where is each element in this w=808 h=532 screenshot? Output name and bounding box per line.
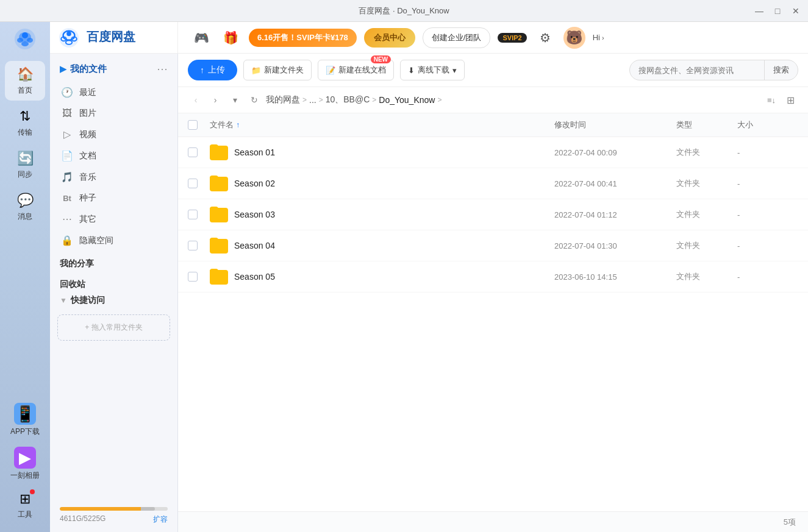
file-count: 5项 xyxy=(784,517,796,528)
nav-item-app-download[interactable]: 📱 APP下载 xyxy=(5,399,45,441)
new-doc-icon: 📝 xyxy=(326,66,335,75)
back-button[interactable]: ‹ xyxy=(188,92,204,108)
row-0-checkbox[interactable] xyxy=(188,147,198,157)
sidebar-item-hidden[interactable]: 🔒 隐藏空间 xyxy=(55,230,173,251)
nav-item-sync[interactable]: 🔄 同步 xyxy=(5,145,45,185)
storage-bar-bg xyxy=(60,507,168,511)
search-button[interactable]: 搜索 xyxy=(764,60,798,80)
game-icon-btn[interactable]: 🎮 xyxy=(190,27,212,49)
storage-expand-button[interactable]: 扩容 xyxy=(153,514,168,525)
nav-item-messages[interactable]: 💬 消息 xyxy=(5,187,45,227)
forward-button[interactable]: › xyxy=(207,92,223,108)
sidebar-videos-label: 视频 xyxy=(79,129,96,140)
settings-icon-btn[interactable]: ⚙ xyxy=(534,27,556,49)
file-row-2-type: 文件夹 xyxy=(676,209,737,220)
offline-download-button[interactable]: ⬇ 离线下载 ▾ xyxy=(400,60,465,80)
member-center-button[interactable]: 会员中心 xyxy=(364,28,415,48)
sort-button[interactable]: ≡↓ xyxy=(763,94,779,107)
avatar[interactable]: 🐻 xyxy=(563,27,585,49)
grid-view-button[interactable]: ⊞ xyxy=(783,93,798,108)
sidebar-other-label: 其它 xyxy=(79,214,96,225)
svg-point-2 xyxy=(22,32,28,38)
sidebar-item-music[interactable]: 🎵 音乐 xyxy=(55,166,173,188)
file-row[interactable]: Season 03 2022-07-04 01:12 文件夹 - xyxy=(178,199,808,230)
file-row-4-date: 2023-06-10 14:15 xyxy=(554,272,676,282)
enterprise-button[interactable]: 创建企业/团队 xyxy=(423,27,491,48)
sort-arrow-icon: ↑ xyxy=(236,121,240,129)
file-row-0-name: Season 01 xyxy=(234,147,275,157)
main-content: ↑ 上传 📁 新建文件夹 📝 新建在线文档 NEW ⬇ 离线下载 xyxy=(178,54,808,532)
titlebar-controls: — □ ✕ xyxy=(754,6,801,16)
sidebar-more-icon[interactable]: ⋯ xyxy=(157,62,168,76)
sidebar-recycle[interactable]: 回收站 xyxy=(50,272,177,293)
sidebar-item-bt[interactable]: Bt 种子 xyxy=(55,188,173,208)
upload-icon: ↑ xyxy=(200,65,204,75)
file-row[interactable]: Season 01 2022-07-04 00:09 文件夹 - xyxy=(178,137,808,168)
maximize-button[interactable]: □ xyxy=(773,6,782,16)
sync-icon: 🔄 xyxy=(16,150,34,167)
minimize-button[interactable]: — xyxy=(754,6,764,16)
file-row-2-name: Season 03 xyxy=(234,210,275,219)
nav-item-album[interactable]: ▶ 一刻相册 xyxy=(5,443,45,484)
refresh-button[interactable]: ↻ xyxy=(246,92,262,108)
sidebar-item-videos[interactable]: ▷ 视频 xyxy=(55,124,173,145)
sidebar-recent-label: 最近 xyxy=(79,87,96,98)
new-folder-button[interactable]: 📁 新建文件夹 xyxy=(243,60,312,80)
hi-user-btn[interactable]: Hi › xyxy=(593,33,604,42)
file-row[interactable]: Season 02 2022-07-04 00:41 文件夹 - xyxy=(178,168,808,199)
logo-icon xyxy=(14,28,36,50)
sidebar-my-share[interactable]: 我的分享 xyxy=(50,251,177,272)
sidebar-title-text: 我的文件 xyxy=(70,63,107,75)
new-folder-icon: 📁 xyxy=(251,66,261,75)
nav-item-transfer[interactable]: ⇅ 传输 xyxy=(5,103,45,143)
breadcrumb-my-disk[interactable]: 我的网盘 xyxy=(266,94,300,105)
nav-item-home[interactable]: 🏠 首页 xyxy=(5,61,45,101)
recent-icon: 🕐 xyxy=(61,87,73,98)
file-row[interactable]: Season 05 2023-06-10 14:15 文件夹 - xyxy=(178,261,808,293)
album-icon: ▶ xyxy=(14,447,36,469)
search-input[interactable] xyxy=(630,62,764,79)
sidebar-item-recent[interactable]: 🕐 最近 xyxy=(55,82,173,103)
quick-access-arrow-icon: ▼ xyxy=(60,296,67,305)
nav-transfer-label: 传输 xyxy=(18,127,32,138)
breadcrumb-ellipsis[interactable]: ... xyxy=(309,95,316,105)
row-3-checkbox[interactable] xyxy=(188,241,198,250)
upload-label: 上传 xyxy=(208,65,225,76)
header-col-size: 大小 xyxy=(737,119,798,130)
nav-logo xyxy=(14,28,36,50)
storage-info: 4611G/5225G 扩容 xyxy=(60,514,168,525)
sort-icon: ≡↓ xyxy=(767,96,776,105)
nav-item-tools[interactable]: ⊞ 工具 xyxy=(5,487,45,523)
gift-icon-btn[interactable]: 🎁 xyxy=(220,27,241,49)
svg-point-3 xyxy=(17,38,23,43)
offline-arrow-icon: ▾ xyxy=(452,66,457,75)
breadcrumb-parent[interactable]: 10、BB@C xyxy=(326,94,370,105)
dropdown-button[interactable]: ▾ xyxy=(227,92,243,108)
select-all-checkbox[interactable] xyxy=(188,120,198,130)
new-doc-button[interactable]: 📝 新建在线文档 NEW xyxy=(318,60,394,80)
sidebar-item-documents[interactable]: 📄 文档 xyxy=(55,145,173,166)
close-button[interactable]: ✕ xyxy=(791,6,801,16)
sidebar-item-other[interactable]: ⋯ 其它 xyxy=(55,208,173,230)
file-row-1-type: 文件夹 xyxy=(676,178,737,189)
quick-access-label: 快捷访问 xyxy=(71,295,105,306)
transfer-icon: ⇅ xyxy=(16,108,34,125)
file-row-1-date: 2022-07-04 00:41 xyxy=(554,179,676,188)
row-4-checkbox[interactable] xyxy=(188,272,198,282)
row-1-checkbox[interactable] xyxy=(188,179,198,188)
file-row-3-size: - xyxy=(737,241,798,250)
sidebar-item-pictures[interactable]: 🖼 图片 xyxy=(55,103,173,124)
sidebar-drop-zone[interactable]: + 拖入常用文件夹 xyxy=(57,314,170,341)
file-row[interactable]: Season 04 2022-07-04 01:30 文件夹 - xyxy=(178,230,808,261)
nav-sync-label: 同步 xyxy=(18,169,32,180)
promo-banner[interactable]: 6.16开售！SVIP年卡¥178 xyxy=(249,29,357,47)
sidebar-quick-access: ▼ 快捷访问 xyxy=(50,293,177,311)
upload-button[interactable]: ↑ 上传 xyxy=(188,60,237,80)
breadcrumb-sep-4: > xyxy=(437,96,442,104)
sidebar-music-label: 音乐 xyxy=(79,172,96,183)
svg-point-5 xyxy=(21,41,29,46)
promo-text: 6.16开售！SVIP年卡¥178 xyxy=(257,32,348,43)
folder-icon xyxy=(210,176,228,191)
row-2-checkbox[interactable] xyxy=(188,210,198,219)
header-check xyxy=(188,120,210,130)
